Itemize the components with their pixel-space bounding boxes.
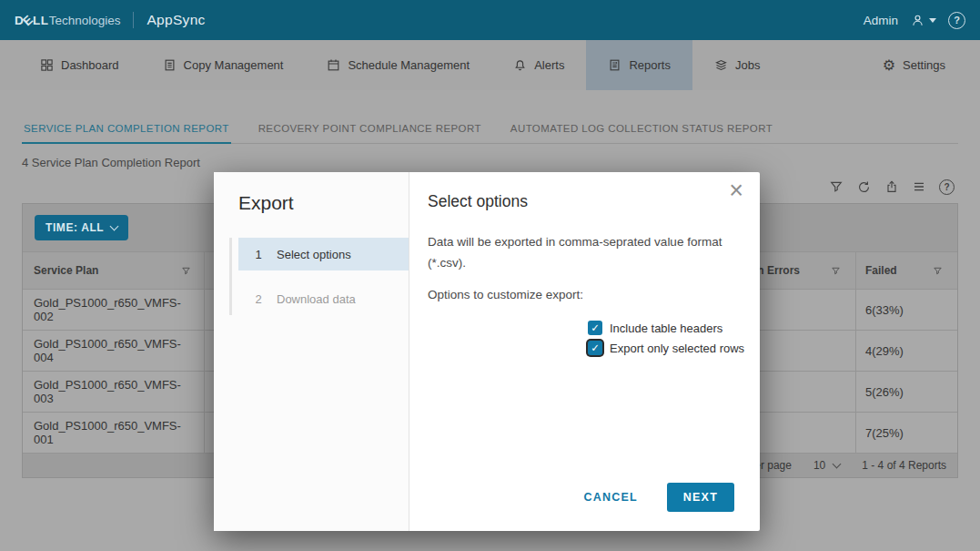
service-plan-cell: Gold_PS1000_r650_VMFS-004 (23, 331, 205, 371)
step-label: Select options (277, 248, 351, 261)
tab-recovery-point-compliance[interactable]: RECOVERY POINT COMPLIANCE REPORT (257, 117, 483, 143)
app-title: AppSync (146, 12, 205, 28)
step-number: 2 (252, 292, 265, 306)
per-page-value: 10 (813, 459, 825, 472)
filter-icon[interactable] (829, 179, 844, 194)
nav-item-label: Reports (629, 58, 671, 72)
nav-item-label: Dashboard (61, 58, 119, 72)
close-icon[interactable]: × (723, 178, 749, 204)
dell-logo-ll: LL (33, 14, 49, 27)
dell-technologies-label: Technologies (49, 14, 121, 27)
time-filter-button[interactable]: TIME: ALL (35, 215, 128, 240)
header-right: Admin ? (864, 12, 965, 29)
step-label: Download data (277, 292, 356, 306)
failed-cell: 4(29%) (855, 331, 957, 371)
column-completed-with-errors: h Errors (757, 264, 800, 277)
export-options-group: ✓ Include table headers ✓ Export only se… (588, 321, 744, 355)
export-dialog: Export 1 Select options 2 Download data … (214, 172, 760, 531)
service-plan-cell: Gold_PS1000_r650_VMFS-001 (23, 413, 205, 453)
dialog-actions: CANCEL NEXT (579, 483, 734, 512)
gear-icon: ⚙ (883, 58, 895, 73)
copy-icon (163, 58, 177, 72)
user-menu[interactable] (910, 13, 936, 28)
pagination-range: 1 - 4 of 4 Reports (862, 459, 946, 472)
bell-icon (513, 58, 527, 72)
dialog-step-heading: Select options (428, 192, 760, 211)
step-download-data: 2 Download data (238, 282, 409, 315)
failed-cell: 7(25%) (855, 413, 957, 453)
export-dialog-steps-panel: Export 1 Select options 2 Download data (214, 172, 409, 531)
column-failed: Failed (865, 264, 897, 277)
tab-automated-log-collection[interactable]: AUTOMATED LOG COLLECTION STATUS REPORT (509, 117, 774, 143)
failed-cell: 6(33%) (855, 290, 957, 330)
export-only-selected-rows-option[interactable]: ✓ Export only selected rows (588, 341, 744, 355)
nav-item-copy-management[interactable]: Copy Management (141, 40, 306, 90)
list-icon[interactable] (912, 179, 926, 194)
help-icon[interactable]: ? (948, 12, 965, 29)
chevron-down-icon (929, 18, 936, 23)
nav-item-alerts[interactable]: Alerts (491, 40, 586, 90)
appsync-app: DELL Technologies AppSync Admin ? Dashbo… (0, 0, 980, 551)
export-dialog-content: × Select options Data will be exported i… (409, 172, 760, 531)
chevron-down-icon (110, 222, 119, 231)
next-button[interactable]: NEXT (667, 483, 734, 512)
per-page-select[interactable]: 10 (813, 459, 840, 472)
tab-service-plan-completion[interactable]: SERVICE PLAN COMPLETION REPORT (22, 117, 231, 144)
admin-user-label[interactable]: Admin (864, 14, 898, 27)
include-table-headers-option[interactable]: ✓ Include table headers (588, 321, 744, 335)
nav-item-label: Alerts (534, 58, 564, 72)
app-header: DELL Technologies AppSync Admin ? (0, 0, 980, 40)
service-plan-cell: Gold_PS1000_r650_VMFS-003 (23, 372, 205, 412)
brand-divider (133, 12, 134, 28)
nav-item-label: Schedule Management (348, 58, 470, 72)
grid-icon (40, 58, 54, 72)
nav-item-jobs[interactable]: Jobs (692, 40, 782, 90)
calendar-icon (327, 58, 340, 72)
dell-logo: DELL (15, 14, 49, 27)
report-tabs: SERVICE PLAN COMPLETION REPORT RECOVERY … (22, 117, 958, 144)
checkbox-checked-icon[interactable]: ✓ (588, 321, 602, 335)
nav-item-label: Settings (903, 58, 945, 72)
nav-item-reports[interactable]: Reports (586, 40, 692, 90)
help-icon[interactable]: ? (939, 179, 955, 195)
failed-cell: 5(26%) (855, 372, 957, 412)
filter-icon[interactable] (831, 266, 841, 276)
report-count-title: 4 Service Plan Completion Report (22, 156, 958, 169)
dialog-body-text: Data will be exported in comma-seprated … (428, 231, 753, 273)
chevron-down-icon (833, 460, 842, 469)
step-number: 1 (252, 248, 265, 261)
nav-item-settings[interactable]: ⚙ Settings (861, 40, 967, 90)
main-nav: Dashboard Copy Management Schedule Manag… (0, 40, 980, 90)
filter-icon[interactable] (181, 266, 191, 276)
dialog-title: Export (238, 192, 409, 214)
stepper-track (229, 238, 232, 315)
report-icon (608, 58, 621, 72)
filter-icon[interactable] (933, 266, 943, 276)
refresh-icon[interactable] (856, 179, 872, 195)
time-filter-label: TIME: ALL (45, 221, 104, 234)
service-plan-cell: Gold_PS1000_r650_VMFS-002 (23, 290, 205, 330)
column-service-plan: Service Plan (34, 264, 98, 277)
checkbox-label: Include table headers (610, 321, 722, 335)
nav-item-label: Copy Management (184, 58, 284, 72)
nav-item-schedule-management[interactable]: Schedule Management (305, 40, 491, 90)
export-icon[interactable] (884, 179, 899, 194)
nav-item-label: Jobs (735, 58, 760, 72)
nav-item-dashboard[interactable]: Dashboard (18, 40, 141, 90)
person-icon (910, 13, 925, 28)
stack-icon (714, 58, 728, 72)
checkbox-checked-icon[interactable]: ✓ (588, 341, 602, 355)
step-select-options[interactable]: 1 Select options (238, 238, 409, 270)
brand: DELL Technologies AppSync (15, 12, 206, 28)
dialog-options-label: Options to customize export: (428, 288, 760, 301)
cancel-button[interactable]: CANCEL (579, 490, 643, 505)
checkbox-label: Export only selected rows (610, 342, 744, 355)
